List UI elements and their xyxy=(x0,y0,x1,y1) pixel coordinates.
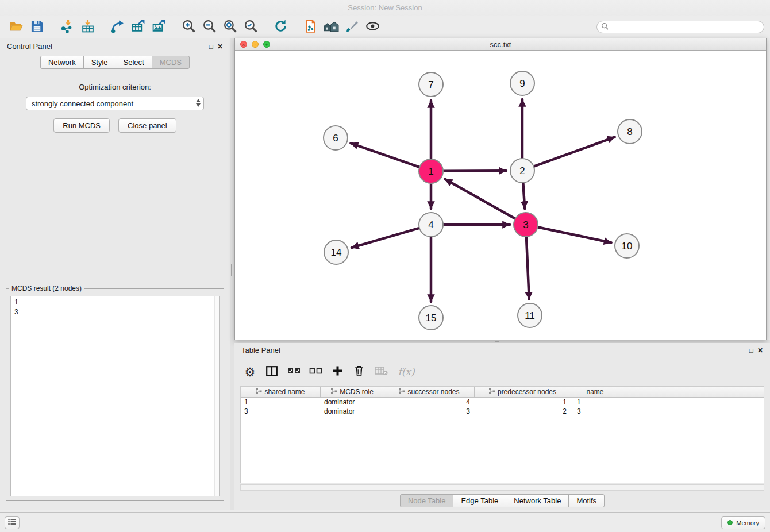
control-panel-tabs: Network Style Select MCDS xyxy=(0,56,230,69)
tab-edge-table[interactable]: Edge Table xyxy=(453,494,506,507)
node-15[interactable]: 15 xyxy=(419,306,443,330)
eye-icon xyxy=(365,19,380,35)
import-table-icon xyxy=(80,19,95,35)
save-session-button[interactable] xyxy=(26,18,47,36)
node-2[interactable]: 2 xyxy=(510,159,534,183)
cell-successor-nodes[interactable]: 4 xyxy=(384,398,475,407)
close-panel-icon[interactable]: ✕ xyxy=(217,43,223,50)
table-row[interactable]: 1 dominator 4 1 1 xyxy=(241,398,764,407)
select-all-button[interactable] xyxy=(285,364,302,380)
float-panel-icon[interactable]: □ xyxy=(749,347,753,354)
open-folder-icon xyxy=(9,20,24,35)
status-bar: Memory xyxy=(0,512,770,532)
cell-mcds-role[interactable]: dominator xyxy=(321,407,384,416)
node-10[interactable]: 10 xyxy=(615,234,639,258)
tab-select[interactable]: Select xyxy=(116,56,152,69)
node-7[interactable]: 7 xyxy=(419,72,443,97)
cell-name[interactable]: 3 xyxy=(571,407,619,416)
delete-table-icon xyxy=(375,366,388,377)
deselect-all-button[interactable] xyxy=(307,364,324,380)
cell-shared-name[interactable]: 3 xyxy=(241,407,321,416)
close-window-button[interactable]: × xyxy=(240,41,247,48)
cell-predecessor-nodes[interactable]: 1 xyxy=(475,398,571,407)
node-1[interactable]: 1 xyxy=(419,159,443,183)
edge-2-8[interactable] xyxy=(534,137,615,167)
refresh-view-button[interactable] xyxy=(270,18,291,36)
network-from-selection-button[interactable] xyxy=(107,18,128,36)
svg-text:10: 10 xyxy=(622,241,633,252)
mcds-result-list[interactable]: 1 3 xyxy=(10,296,220,496)
open-file-button[interactable] xyxy=(6,18,26,36)
import-network-button[interactable] xyxy=(56,18,77,36)
tab-node-table[interactable]: Node Table xyxy=(400,494,454,507)
edge-1-2[interactable] xyxy=(444,171,506,171)
cell-successor-nodes[interactable]: 3 xyxy=(384,407,475,416)
search-input[interactable] xyxy=(611,23,760,31)
node-6[interactable]: 6 xyxy=(324,126,348,150)
edge-1-6[interactable] xyxy=(351,143,419,167)
edge-3-1[interactable] xyxy=(445,179,514,218)
edge-3-11[interactable] xyxy=(526,237,529,299)
first-neighbors-button[interactable] xyxy=(321,18,341,36)
search-box xyxy=(596,21,764,33)
delete-row-button[interactable] xyxy=(351,364,368,380)
show-console-button[interactable] xyxy=(5,516,20,529)
show-columns-button[interactable] xyxy=(263,364,280,380)
tab-network-table[interactable]: Network Table xyxy=(506,494,569,507)
tab-motifs[interactable]: Motifs xyxy=(568,494,605,507)
zoom-in-button[interactable] xyxy=(178,18,199,36)
edge-2-3[interactable] xyxy=(523,183,525,209)
column-header-predecessor-nodes[interactable]: predecessor nodes xyxy=(475,387,571,397)
import-table-button[interactable] xyxy=(77,18,98,36)
zoom-window-button[interactable]: + xyxy=(263,41,270,48)
cell-shared-name[interactable]: 1 xyxy=(241,398,321,407)
export-table-button[interactable] xyxy=(128,18,148,36)
node-4[interactable]: 4 xyxy=(419,213,443,237)
table-row[interactable]: 3 dominator 3 2 3 xyxy=(241,407,764,416)
edge-4-14[interactable] xyxy=(352,228,419,248)
tab-style[interactable]: Style xyxy=(83,56,116,69)
node-3[interactable]: 3 xyxy=(514,213,538,237)
column-header-successor-nodes[interactable]: successor nodes xyxy=(384,387,475,397)
tab-network[interactable]: Network xyxy=(40,56,84,69)
zoom-out-button[interactable] xyxy=(199,18,220,36)
column-settings-button[interactable]: ⚙ xyxy=(241,364,259,380)
show-hide-button[interactable] xyxy=(362,18,383,36)
column-header-shared-name[interactable]: shared name xyxy=(241,387,321,397)
close-panel-button[interactable]: Close panel xyxy=(118,118,176,133)
node-9[interactable]: 9 xyxy=(510,71,534,95)
tab-mcds[interactable]: MCDS xyxy=(152,56,190,69)
node-8[interactable]: 8 xyxy=(618,119,642,144)
edge-3-10[interactable] xyxy=(538,228,611,243)
vertical-splitter[interactable] xyxy=(230,38,234,510)
network-window-title: scc.txt xyxy=(235,40,766,49)
column-header-mcds-role[interactable]: MCDS role xyxy=(321,387,384,397)
cell-predecessor-nodes[interactable]: 2 xyxy=(475,407,571,416)
node-table: shared name MCDS role successor nodes pr… xyxy=(240,386,764,483)
cell-mcds-role[interactable]: dominator xyxy=(321,398,384,407)
node-11[interactable]: 11 xyxy=(518,303,542,327)
zoom-selected-icon xyxy=(244,19,258,35)
mcds-result-line: 3 xyxy=(14,307,215,317)
column-header-name[interactable]: name xyxy=(571,387,619,397)
network-document-button[interactable] xyxy=(300,18,321,36)
node-14[interactable]: 14 xyxy=(324,240,348,264)
run-mcds-button[interactable]: Run MCDS xyxy=(53,118,110,133)
svg-text:2: 2 xyxy=(519,165,525,176)
network-window-titlebar[interactable]: scc.txt × − + xyxy=(235,38,766,51)
cell-name[interactable]: 1 xyxy=(571,398,619,407)
add-row-button[interactable] xyxy=(329,364,346,380)
apply-style-button[interactable] xyxy=(341,18,362,36)
network-canvas[interactable]: 7968124314101511 xyxy=(235,51,766,340)
close-panel-icon[interactable]: ✕ xyxy=(757,347,763,354)
zoom-selected-button[interactable] xyxy=(240,18,261,36)
paintbrush-icon xyxy=(345,19,359,35)
zoom-fit-button[interactable] xyxy=(220,18,240,36)
export-image-button[interactable] xyxy=(148,18,169,36)
minimize-window-button[interactable]: − xyxy=(252,41,259,48)
memory-button[interactable]: Memory xyxy=(721,516,765,529)
horizontal-scrollbar[interactable] xyxy=(240,484,764,491)
criterion-dropdown[interactable]: strongly connected component xyxy=(26,97,204,110)
float-panel-icon[interactable]: □ xyxy=(209,43,213,50)
svg-text:9: 9 xyxy=(519,78,525,89)
